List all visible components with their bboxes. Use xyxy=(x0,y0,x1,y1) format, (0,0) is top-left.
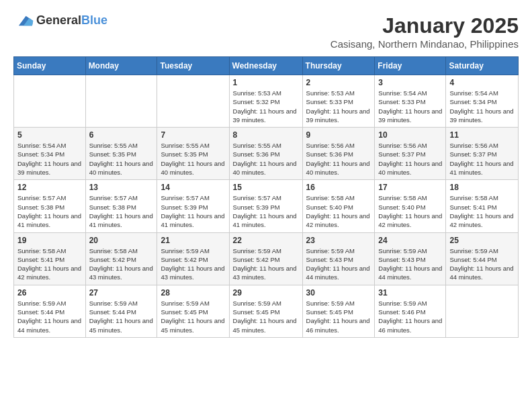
weekday-header: Thursday xyxy=(302,57,375,75)
weekday-header: Tuesday xyxy=(157,57,229,75)
logo-icon xyxy=(13,14,34,28)
weekday-header: Friday xyxy=(375,57,446,75)
calendar-cell: 2Sunrise: 5:53 AMSunset: 5:33 PMDaylight… xyxy=(302,75,375,128)
day-info: Sunrise: 5:59 AMSunset: 5:42 PMDaylight:… xyxy=(233,246,299,282)
day-number: 29 xyxy=(233,288,299,298)
calendar-cell: 1Sunrise: 5:53 AMSunset: 5:32 PMDaylight… xyxy=(229,75,302,128)
day-number: 1 xyxy=(233,78,299,87)
day-info: Sunrise: 5:59 AMSunset: 5:46 PMDaylight:… xyxy=(378,299,442,334)
calendar-cell: 26Sunrise: 5:59 AMSunset: 5:44 PMDayligh… xyxy=(14,285,86,337)
day-info: Sunrise: 5:58 AMSunset: 5:41 PMDaylight:… xyxy=(449,193,515,229)
day-info: Sunrise: 5:56 AMSunset: 5:37 PMDaylight:… xyxy=(449,141,515,177)
day-number: 12 xyxy=(17,183,82,192)
calendar-week-row: 12Sunrise: 5:57 AMSunset: 5:38 PMDayligh… xyxy=(14,180,519,232)
calendar-title: January 2025 xyxy=(330,13,519,38)
day-number: 19 xyxy=(17,236,82,245)
day-info: Sunrise: 5:59 AMSunset: 5:43 PMDaylight:… xyxy=(306,246,371,282)
calendar-cell: 16Sunrise: 5:58 AMSunset: 5:40 PMDayligh… xyxy=(302,180,375,232)
day-number: 7 xyxy=(161,130,225,140)
calendar-week-row: 19Sunrise: 5:58 AMSunset: 5:41 PMDayligh… xyxy=(14,232,519,285)
day-number: 13 xyxy=(89,183,154,192)
day-info: Sunrise: 5:57 AMSunset: 5:39 PMDaylight:… xyxy=(161,193,225,229)
day-info: Sunrise: 5:55 AMSunset: 5:36 PMDaylight:… xyxy=(233,141,299,177)
day-number: 11 xyxy=(449,130,515,140)
calendar-cell: 7Sunrise: 5:55 AMSunset: 5:35 PMDaylight… xyxy=(157,128,229,180)
day-info: Sunrise: 5:57 AMSunset: 5:38 PMDaylight:… xyxy=(17,193,82,229)
logo: GeneralBlue xyxy=(13,13,107,28)
calendar-cell: 13Sunrise: 5:57 AMSunset: 5:38 PMDayligh… xyxy=(85,180,157,232)
calendar-cell: 19Sunrise: 5:58 AMSunset: 5:41 PMDayligh… xyxy=(14,232,86,285)
calendar-cell: 14Sunrise: 5:57 AMSunset: 5:39 PMDayligh… xyxy=(157,180,229,232)
day-info: Sunrise: 5:59 AMSunset: 5:44 PMDaylight:… xyxy=(17,299,82,334)
day-info: Sunrise: 5:59 AMSunset: 5:45 PMDaylight:… xyxy=(306,299,371,334)
day-number: 23 xyxy=(306,236,371,245)
header: GeneralBlue January 2025 Casisang, North… xyxy=(13,13,519,50)
calendar-cell: 20Sunrise: 5:58 AMSunset: 5:42 PMDayligh… xyxy=(85,232,157,285)
calendar-week-row: 26Sunrise: 5:59 AMSunset: 5:44 PMDayligh… xyxy=(14,285,519,337)
calendar-cell: 15Sunrise: 5:57 AMSunset: 5:39 PMDayligh… xyxy=(229,180,302,232)
day-info: Sunrise: 5:59 AMSunset: 5:45 PMDaylight:… xyxy=(233,299,299,334)
weekday-header: Wednesday xyxy=(229,57,302,75)
day-number: 20 xyxy=(89,236,154,245)
logo-blue: Blue xyxy=(81,13,107,27)
calendar-cell: 28Sunrise: 5:59 AMSunset: 5:45 PMDayligh… xyxy=(157,285,229,337)
day-number: 28 xyxy=(161,288,225,298)
day-number: 25 xyxy=(449,236,515,245)
day-number: 24 xyxy=(378,236,442,245)
weekday-header: Monday xyxy=(85,57,157,75)
calendar-cell: 30Sunrise: 5:59 AMSunset: 5:45 PMDayligh… xyxy=(302,285,375,337)
calendar-cell: 5Sunrise: 5:54 AMSunset: 5:34 PMDaylight… xyxy=(14,128,86,180)
calendar-cell xyxy=(14,75,86,128)
calendar-cell xyxy=(85,75,157,128)
day-number: 14 xyxy=(161,183,225,192)
calendar-cell: 10Sunrise: 5:56 AMSunset: 5:37 PMDayligh… xyxy=(375,128,446,180)
calendar-cell: 12Sunrise: 5:57 AMSunset: 5:38 PMDayligh… xyxy=(14,180,86,232)
calendar-cell: 27Sunrise: 5:59 AMSunset: 5:44 PMDayligh… xyxy=(85,285,157,337)
calendar-cell: 4Sunrise: 5:54 AMSunset: 5:34 PMDaylight… xyxy=(446,75,519,128)
day-number: 5 xyxy=(17,130,82,140)
calendar-cell: 31Sunrise: 5:59 AMSunset: 5:46 PMDayligh… xyxy=(375,285,446,337)
day-info: Sunrise: 5:56 AMSunset: 5:36 PMDaylight:… xyxy=(306,141,371,177)
day-info: Sunrise: 5:59 AMSunset: 5:44 PMDaylight:… xyxy=(89,299,154,334)
title-area: January 2025 Casisang, Northern Mindanao… xyxy=(330,13,519,50)
calendar-cell xyxy=(157,75,229,128)
day-info: Sunrise: 5:54 AMSunset: 5:33 PMDaylight:… xyxy=(378,89,442,124)
day-number: 16 xyxy=(306,183,371,192)
calendar-cell: 18Sunrise: 5:58 AMSunset: 5:41 PMDayligh… xyxy=(446,180,519,232)
logo-general: General xyxy=(36,13,81,27)
weekday-header-row: SundayMondayTuesdayWednesdayThursdayFrid… xyxy=(14,57,519,75)
day-info: Sunrise: 5:58 AMSunset: 5:40 PMDaylight:… xyxy=(306,193,371,229)
day-info: Sunrise: 5:59 AMSunset: 5:42 PMDaylight:… xyxy=(161,246,225,282)
calendar-cell: 6Sunrise: 5:55 AMSunset: 5:35 PMDaylight… xyxy=(85,128,157,180)
calendar-table: SundayMondayTuesdayWednesdayThursdayFrid… xyxy=(13,56,519,338)
calendar-cell: 11Sunrise: 5:56 AMSunset: 5:37 PMDayligh… xyxy=(446,128,519,180)
day-info: Sunrise: 5:59 AMSunset: 5:45 PMDaylight:… xyxy=(161,299,225,334)
day-number: 2 xyxy=(306,78,371,87)
day-info: Sunrise: 5:54 AMSunset: 5:34 PMDaylight:… xyxy=(17,141,82,177)
calendar-cell: 8Sunrise: 5:55 AMSunset: 5:36 PMDaylight… xyxy=(229,128,302,180)
calendar-cell xyxy=(446,285,519,337)
weekday-header: Sunday xyxy=(14,57,86,75)
calendar-cell: 22Sunrise: 5:59 AMSunset: 5:42 PMDayligh… xyxy=(229,232,302,285)
calendar-cell: 3Sunrise: 5:54 AMSunset: 5:33 PMDaylight… xyxy=(375,75,446,128)
day-info: Sunrise: 5:58 AMSunset: 5:42 PMDaylight:… xyxy=(89,246,154,282)
day-info: Sunrise: 5:54 AMSunset: 5:34 PMDaylight:… xyxy=(449,89,515,124)
day-info: Sunrise: 5:53 AMSunset: 5:33 PMDaylight:… xyxy=(306,89,371,124)
calendar-subtitle: Casisang, Northern Mindanao, Philippines xyxy=(330,38,519,50)
day-number: 17 xyxy=(378,183,442,192)
day-info: Sunrise: 5:53 AMSunset: 5:32 PMDaylight:… xyxy=(233,89,299,124)
calendar-cell: 23Sunrise: 5:59 AMSunset: 5:43 PMDayligh… xyxy=(302,232,375,285)
calendar-cell: 17Sunrise: 5:58 AMSunset: 5:40 PMDayligh… xyxy=(375,180,446,232)
day-info: Sunrise: 5:56 AMSunset: 5:37 PMDaylight:… xyxy=(378,141,442,177)
day-number: 3 xyxy=(378,78,442,87)
day-number: 4 xyxy=(449,78,515,87)
day-number: 18 xyxy=(449,183,515,192)
calendar-cell: 21Sunrise: 5:59 AMSunset: 5:42 PMDayligh… xyxy=(157,232,229,285)
day-number: 9 xyxy=(306,130,371,140)
day-info: Sunrise: 5:57 AMSunset: 5:38 PMDaylight:… xyxy=(89,193,154,229)
day-number: 6 xyxy=(89,130,154,140)
day-info: Sunrise: 5:55 AMSunset: 5:35 PMDaylight:… xyxy=(161,141,225,177)
weekday-header: Saturday xyxy=(446,57,519,75)
day-number: 8 xyxy=(233,130,299,140)
day-number: 26 xyxy=(17,288,82,298)
